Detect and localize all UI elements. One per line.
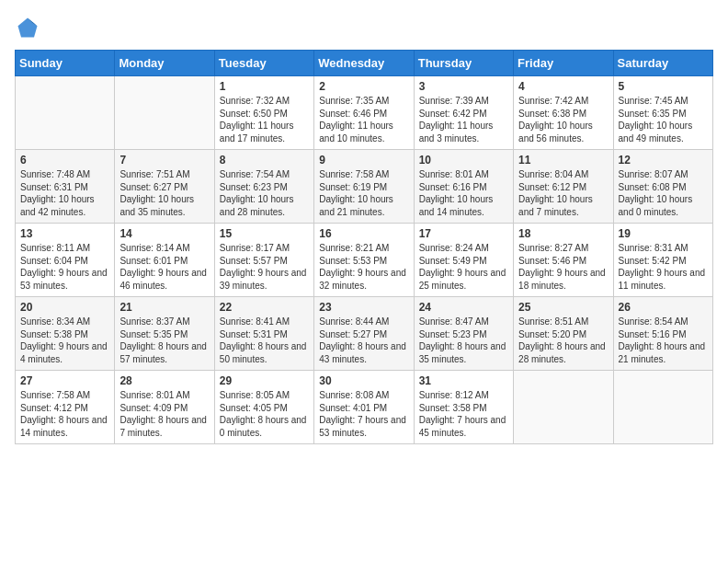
day-number: 25 bbox=[518, 301, 608, 314]
calendar-cell: 23Sunrise: 8:44 AMSunset: 5:27 PMDayligh… bbox=[314, 297, 414, 371]
calendar-cell: 20Sunrise: 8:34 AMSunset: 5:38 PMDayligh… bbox=[16, 297, 115, 371]
day-info: Sunrise: 8:01 AMSunset: 6:16 PMDaylight:… bbox=[419, 168, 508, 218]
calendar-cell: 30Sunrise: 8:08 AMSunset: 4:01 PMDayligh… bbox=[314, 371, 414, 444]
day-info: Sunrise: 8:21 AMSunset: 5:53 PMDaylight:… bbox=[319, 242, 408, 292]
day-info: Sunrise: 7:32 AMSunset: 6:50 PMDaylight:… bbox=[220, 95, 309, 144]
day-number: 28 bbox=[119, 374, 209, 387]
day-number: 24 bbox=[419, 301, 508, 314]
day-info: Sunrise: 7:58 AMSunset: 6:19 PMDaylight:… bbox=[319, 168, 408, 218]
day-info: Sunrise: 7:45 AMSunset: 6:35 PMDaylight:… bbox=[619, 95, 708, 144]
calendar-cell: 22Sunrise: 8:41 AMSunset: 5:31 PMDayligh… bbox=[214, 297, 313, 371]
day-info: Sunrise: 8:44 AMSunset: 5:27 PMDaylight:… bbox=[319, 316, 408, 365]
calendar-cell bbox=[514, 371, 613, 444]
calendar-cell: 21Sunrise: 8:37 AMSunset: 5:35 PMDayligh… bbox=[115, 297, 214, 371]
day-number: 7 bbox=[119, 154, 209, 167]
calendar-cell: 16Sunrise: 8:21 AMSunset: 5:53 PMDayligh… bbox=[314, 224, 414, 297]
day-number: 6 bbox=[20, 154, 109, 167]
calendar-cell bbox=[613, 371, 712, 444]
day-info: Sunrise: 7:48 AMSunset: 6:31 PMDaylight:… bbox=[20, 168, 109, 218]
day-number: 26 bbox=[619, 301, 708, 314]
day-number: 2 bbox=[319, 80, 408, 93]
weekday-header-sunday: Sunday bbox=[16, 51, 115, 76]
day-number: 15 bbox=[220, 227, 309, 240]
calendar-cell: 15Sunrise: 8:17 AMSunset: 5:57 PMDayligh… bbox=[214, 224, 313, 297]
day-info: Sunrise: 8:34 AMSunset: 5:38 PMDaylight:… bbox=[20, 316, 109, 365]
day-info: Sunrise: 8:08 AMSunset: 4:01 PMDaylight:… bbox=[319, 389, 408, 439]
day-number: 31 bbox=[419, 374, 508, 387]
calendar-cell: 4Sunrise: 7:42 AMSunset: 6:38 PMDaylight… bbox=[514, 76, 613, 150]
weekday-header-friday: Friday bbox=[514, 51, 613, 76]
calendar-cell: 1Sunrise: 7:32 AMSunset: 6:50 PMDaylight… bbox=[214, 76, 313, 150]
day-number: 5 bbox=[619, 80, 708, 93]
calendar-cell bbox=[16, 76, 115, 150]
weekday-header-monday: Monday bbox=[115, 51, 214, 76]
calendar-cell: 9Sunrise: 7:58 AMSunset: 6:19 PMDaylight… bbox=[314, 150, 414, 224]
day-info: Sunrise: 8:51 AMSunset: 5:20 PMDaylight:… bbox=[518, 316, 608, 365]
day-number: 21 bbox=[119, 301, 209, 314]
day-info: Sunrise: 8:01 AMSunset: 4:09 PMDaylight:… bbox=[119, 389, 209, 439]
day-info: Sunrise: 7:42 AMSunset: 6:38 PMDaylight:… bbox=[518, 95, 608, 144]
svg-marker-0 bbox=[18, 18, 38, 38]
day-info: Sunrise: 8:37 AMSunset: 5:35 PMDaylight:… bbox=[119, 316, 209, 365]
day-number: 10 bbox=[419, 154, 508, 167]
week-row-5: 27Sunrise: 7:58 AMSunset: 4:12 PMDayligh… bbox=[16, 371, 713, 444]
day-info: Sunrise: 8:47 AMSunset: 5:23 PMDaylight:… bbox=[419, 316, 508, 365]
day-info: Sunrise: 7:58 AMSunset: 4:12 PMDaylight:… bbox=[20, 389, 109, 439]
week-row-1: 1Sunrise: 7:32 AMSunset: 6:50 PMDaylight… bbox=[16, 76, 713, 150]
calendar-cell bbox=[115, 76, 214, 150]
day-number: 27 bbox=[20, 374, 109, 387]
day-number: 22 bbox=[220, 301, 309, 314]
day-info: Sunrise: 8:14 AMSunset: 6:01 PMDaylight:… bbox=[119, 242, 209, 292]
calendar-cell: 18Sunrise: 8:27 AMSunset: 5:46 PMDayligh… bbox=[514, 224, 613, 297]
day-number: 16 bbox=[319, 227, 408, 240]
day-number: 30 bbox=[319, 374, 408, 387]
logo bbox=[15, 15, 44, 40]
day-number: 14 bbox=[119, 227, 209, 240]
day-info: Sunrise: 7:39 AMSunset: 6:42 PMDaylight:… bbox=[419, 95, 508, 144]
calendar-cell: 8Sunrise: 7:54 AMSunset: 6:23 PMDaylight… bbox=[214, 150, 313, 224]
day-number: 12 bbox=[619, 154, 708, 167]
calendar-cell: 25Sunrise: 8:51 AMSunset: 5:20 PMDayligh… bbox=[514, 297, 613, 371]
calendar-cell: 24Sunrise: 8:47 AMSunset: 5:23 PMDayligh… bbox=[414, 297, 513, 371]
day-info: Sunrise: 8:04 AMSunset: 6:12 PMDaylight:… bbox=[518, 168, 608, 218]
day-info: Sunrise: 8:54 AMSunset: 5:16 PMDaylight:… bbox=[619, 316, 708, 365]
logo-icon bbox=[15, 15, 40, 40]
day-info: Sunrise: 8:31 AMSunset: 5:42 PMDaylight:… bbox=[619, 242, 708, 292]
calendar-cell: 31Sunrise: 8:12 AMSunset: 3:58 PMDayligh… bbox=[414, 371, 513, 444]
day-info: Sunrise: 8:17 AMSunset: 5:57 PMDaylight:… bbox=[220, 242, 309, 292]
page-header bbox=[15, 15, 713, 40]
calendar-cell: 29Sunrise: 8:05 AMSunset: 4:05 PMDayligh… bbox=[214, 371, 313, 444]
day-number: 29 bbox=[220, 374, 309, 387]
day-info: Sunrise: 8:11 AMSunset: 6:04 PMDaylight:… bbox=[20, 242, 109, 292]
calendar-cell: 14Sunrise: 8:14 AMSunset: 6:01 PMDayligh… bbox=[115, 224, 214, 297]
day-number: 11 bbox=[518, 154, 608, 167]
weekday-header-saturday: Saturday bbox=[613, 51, 712, 76]
day-info: Sunrise: 8:41 AMSunset: 5:31 PMDaylight:… bbox=[220, 316, 309, 365]
day-info: Sunrise: 8:05 AMSunset: 4:05 PMDaylight:… bbox=[220, 389, 309, 439]
week-row-3: 13Sunrise: 8:11 AMSunset: 6:04 PMDayligh… bbox=[16, 224, 713, 297]
calendar-cell: 27Sunrise: 7:58 AMSunset: 4:12 PMDayligh… bbox=[16, 371, 115, 444]
calendar-cell: 11Sunrise: 8:04 AMSunset: 6:12 PMDayligh… bbox=[514, 150, 613, 224]
calendar-cell: 2Sunrise: 7:35 AMSunset: 6:46 PMDaylight… bbox=[314, 76, 414, 150]
calendar-cell: 10Sunrise: 8:01 AMSunset: 6:16 PMDayligh… bbox=[414, 150, 513, 224]
day-number: 20 bbox=[20, 301, 109, 314]
week-row-2: 6Sunrise: 7:48 AMSunset: 6:31 PMDaylight… bbox=[16, 150, 713, 224]
calendar-table: SundayMondayTuesdayWednesdayThursdayFrid… bbox=[15, 50, 713, 444]
calendar-cell: 6Sunrise: 7:48 AMSunset: 6:31 PMDaylight… bbox=[16, 150, 115, 224]
day-number: 18 bbox=[518, 227, 608, 240]
calendar-cell: 12Sunrise: 8:07 AMSunset: 6:08 PMDayligh… bbox=[613, 150, 712, 224]
day-number: 17 bbox=[419, 227, 508, 240]
day-info: Sunrise: 8:27 AMSunset: 5:46 PMDaylight:… bbox=[518, 242, 608, 292]
day-info: Sunrise: 7:35 AMSunset: 6:46 PMDaylight:… bbox=[319, 95, 408, 144]
calendar-cell: 26Sunrise: 8:54 AMSunset: 5:16 PMDayligh… bbox=[613, 297, 712, 371]
calendar-cell: 17Sunrise: 8:24 AMSunset: 5:49 PMDayligh… bbox=[414, 224, 513, 297]
calendar-cell: 28Sunrise: 8:01 AMSunset: 4:09 PMDayligh… bbox=[115, 371, 214, 444]
day-number: 8 bbox=[220, 154, 309, 167]
weekday-header-tuesday: Tuesday bbox=[214, 51, 313, 76]
day-info: Sunrise: 8:12 AMSunset: 3:58 PMDaylight:… bbox=[419, 389, 508, 439]
day-number: 9 bbox=[319, 154, 408, 167]
day-number: 13 bbox=[20, 227, 109, 240]
calendar-cell: 13Sunrise: 8:11 AMSunset: 6:04 PMDayligh… bbox=[16, 224, 115, 297]
day-info: Sunrise: 8:07 AMSunset: 6:08 PMDaylight:… bbox=[619, 168, 708, 218]
day-number: 4 bbox=[518, 80, 608, 93]
